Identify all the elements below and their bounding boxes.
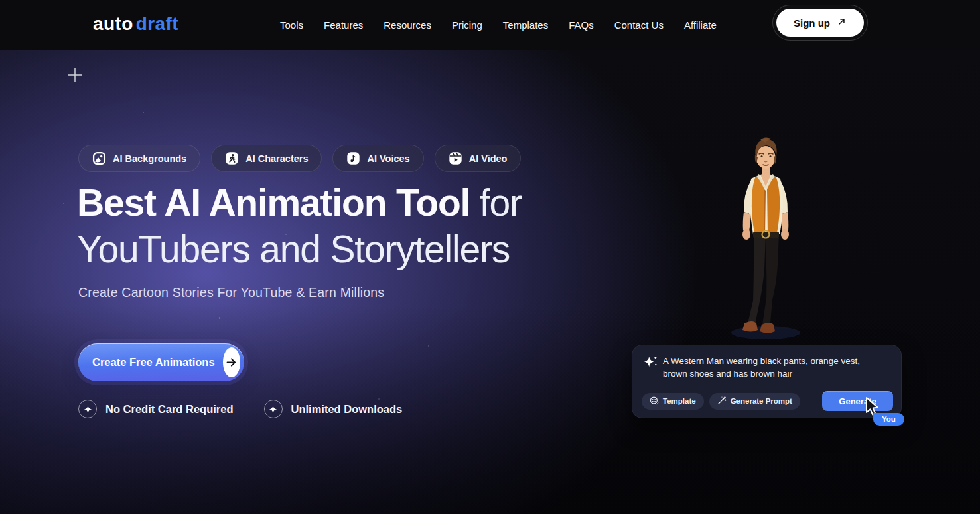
plus-decoration-icon — [68, 68, 82, 82]
pill-ai-backgrounds[interactable]: AI Backgrounds — [78, 145, 200, 172]
pill-label: AI Voices — [367, 153, 409, 164]
nav-item-features[interactable]: Features — [324, 19, 363, 31]
feature-label: No Credit Card Required — [105, 403, 234, 416]
feature-pills-row: AI Backgrounds AI Characters AI Voices A… — [78, 145, 521, 172]
landing-page: autodraft Tools Features Resources Prici… — [0, 0, 980, 514]
headline-bold: Best AI Animation Tool — [77, 181, 470, 224]
star-speck — [428, 345, 429, 347]
top-navigation-bar: autodraft Tools Features Resources Prici… — [0, 0, 980, 50]
nav-item-contact-us[interactable]: Contact Us — [614, 19, 664, 31]
pill-label: AI Video — [469, 153, 508, 164]
smiley-edit-icon — [650, 396, 659, 406]
sparkle-icon — [78, 400, 97, 418]
sparkles-icon — [644, 354, 658, 371]
arrow-right-icon — [223, 347, 240, 377]
person-running-icon — [225, 151, 239, 165]
prompt-text[interactable]: A Western Man wearing black pants, orang… — [663, 355, 869, 380]
music-note-icon — [346, 151, 360, 165]
template-button[interactable]: Template — [642, 393, 704, 410]
signup-button-label: Sign up — [794, 17, 830, 29]
image-icon — [92, 151, 106, 165]
signup-button[interactable]: Sign up — [776, 9, 864, 37]
feature-no-credit-card: No Credit Card Required — [78, 400, 234, 418]
hero-subtitle: Create Cartoon Stories For YouTube & Ear… — [78, 285, 384, 300]
nav-item-templates[interactable]: Templates — [503, 19, 548, 31]
western-man-character-illustration — [725, 133, 809, 341]
hero-background-fade — [0, 50, 980, 514]
nav-links: Tools Features Resources Pricing Templat… — [280, 0, 717, 50]
signup-button-ring: Sign up — [772, 5, 868, 41]
page-title: Best AI Animation Tool forYouTubers and … — [77, 179, 541, 272]
magic-wand-icon — [717, 396, 727, 406]
star-speck — [143, 112, 144, 113]
arrow-up-right-icon — [837, 17, 847, 29]
pill-label: AI Characters — [245, 153, 308, 164]
headline-light-suffix: for — [470, 181, 522, 224]
feature-bullets-row: No Credit Card Required Unlimited Downlo… — [78, 400, 402, 418]
autodraft-logo[interactable]: autodraft — [93, 13, 178, 35]
collaborator-cursor-tag: You — [873, 413, 904, 426]
pill-ai-characters[interactable]: AI Characters — [211, 145, 322, 172]
headline-line2: YouTubers and Storytellers — [77, 228, 510, 270]
pill-label: AI Backgrounds — [113, 153, 186, 164]
pill-ai-voices[interactable]: AI Voices — [332, 145, 423, 172]
logo-text-draft: draft — [136, 13, 178, 34]
star-speck — [63, 203, 64, 204]
ai-prompt-card: A Western Man wearing black pants, orang… — [632, 345, 902, 418]
nav-item-tools[interactable]: Tools — [280, 19, 303, 31]
cta-label: Create Free Animations — [92, 356, 215, 369]
generate-prompt-button[interactable]: Generate Prompt — [709, 393, 800, 410]
nav-item-faqs[interactable]: FAQs — [569, 19, 594, 31]
pill-ai-video[interactable]: AI Video — [435, 145, 522, 172]
feature-label: Unlimited Downloads — [291, 403, 403, 416]
generate-button[interactable]: Generate — [822, 391, 893, 411]
generate-prompt-button-label: Generate Prompt — [731, 397, 792, 405]
nav-item-pricing[interactable]: Pricing — [452, 19, 482, 31]
prompt-card-toolbar: Template Generate Prompt Generate — [642, 391, 893, 411]
create-free-animations-button[interactable]: Create Free Animations — [78, 343, 244, 381]
sparkle-icon — [264, 400, 283, 418]
star-speck — [219, 317, 220, 319]
nav-item-affiliate[interactable]: Affiliate — [684, 19, 717, 31]
logo-text-auto: auto — [93, 13, 133, 34]
video-reel-icon — [449, 151, 462, 165]
nav-item-resources[interactable]: Resources — [384, 19, 431, 31]
feature-unlimited-downloads: Unlimited Downloads — [264, 400, 403, 418]
template-button-label: Template — [663, 397, 696, 405]
